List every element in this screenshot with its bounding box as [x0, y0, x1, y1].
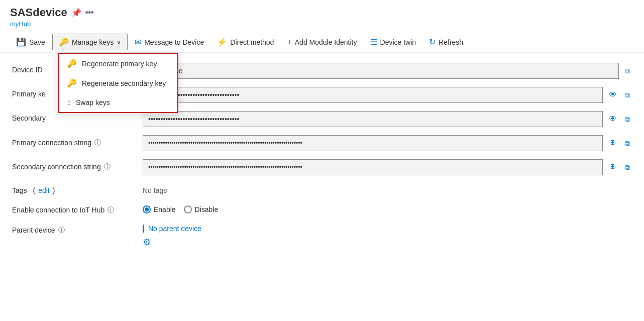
message-icon: ✉: [135, 37, 141, 47]
add-module-identity-button[interactable]: + Add Module Identity: [281, 35, 363, 50]
page-header: SASdevice 📌 ••• myHub 💾 Save 🔑 Manage ke…: [0, 0, 644, 53]
parent-device-row: Parent device ⓘ No parent device ⚙: [12, 223, 632, 248]
pin-icon[interactable]: 📌: [71, 8, 81, 18]
chevron-down-icon: ∨: [117, 39, 121, 46]
secondary-cs-info-icon[interactable]: ⓘ: [104, 162, 111, 171]
save-button[interactable]: 💾 Save: [10, 34, 51, 50]
primary-cs-row: Primary connection string ⓘ 👁 ⧉: [12, 135, 632, 151]
direct-method-button[interactable]: ⚡ Direct method: [211, 34, 280, 50]
disable-radio-circle: [184, 205, 192, 213]
copy-primary-key-icon[interactable]: ⧉: [623, 89, 632, 101]
toolbar: 💾 Save 🔑 Manage keys ∨ ✉ Message to Devi…: [10, 32, 634, 52]
tags-label: Tags ( edit ): [12, 183, 143, 194]
enable-connection-row: Enable connection to IoT Hub ⓘ Enable Di…: [12, 202, 632, 215]
parent-device-info-icon[interactable]: ⓘ: [58, 226, 65, 235]
device-twin-icon: ☰: [370, 37, 377, 47]
show-secondary-cs-icon[interactable]: 👁: [607, 161, 619, 174]
swap-keys-icon: ↕: [67, 98, 71, 107]
regen-secondary-key-item[interactable]: 🔑 Regenerate secondary key: [59, 73, 177, 93]
enable-radio-circle: [143, 205, 151, 213]
secondary-cs-label: Secondary connection string ⓘ: [12, 159, 143, 171]
primary-cs-input[interactable]: [143, 135, 603, 151]
enable-radio[interactable]: Enable: [143, 205, 176, 213]
copy-device-id-icon[interactable]: ⧉: [623, 65, 632, 77]
device-id-input[interactable]: [143, 63, 619, 79]
gear-icon[interactable]: ⚙: [143, 237, 151, 247]
tags-value-wrap: No tags: [143, 183, 632, 194]
device-id-input-wrap: ⧉: [143, 63, 632, 79]
tags-edit-link[interactable]: edit: [38, 186, 50, 194]
key-regen-secondary-icon: 🔑: [67, 78, 77, 88]
copy-primary-cs-icon[interactable]: ⧉: [623, 137, 632, 150]
primary-key-input-wrap: 👁 ⧉: [143, 87, 632, 103]
hub-name: myHub: [10, 20, 634, 28]
gear-icon-wrap: ⚙: [143, 235, 201, 248]
secondary-key-row: Secondary 👁 ⧉: [12, 111, 632, 127]
show-primary-cs-icon[interactable]: 👁: [607, 137, 619, 150]
add-icon: +: [287, 38, 291, 47]
key-icon: 🔑: [59, 37, 69, 47]
enable-connection-label: Enable connection to IoT Hub ⓘ: [12, 202, 143, 215]
device-title-row: SASdevice 📌 •••: [10, 6, 634, 19]
connection-info-icon[interactable]: ⓘ: [108, 205, 114, 215]
parent-device-label: Parent device ⓘ: [12, 223, 143, 235]
main-content: 🔑 Regenerate primary key 🔑 Regenerate se…: [0, 53, 644, 266]
parent-device-value-wrap: No parent device ⚙: [143, 223, 201, 248]
secondary-cs-input[interactable]: [143, 159, 603, 175]
save-icon: 💾: [16, 37, 26, 47]
manage-keys-dropdown: 🔑 Regenerate primary key 🔑 Regenerate se…: [58, 53, 178, 113]
primary-key-input[interactable]: [143, 87, 603, 103]
connection-radio-group: Enable Disable: [143, 202, 218, 213]
primary-cs-input-wrap: 👁 ⧉: [143, 135, 632, 151]
secondary-key-input-wrap: 👁 ⧉: [143, 111, 632, 127]
swap-keys-item[interactable]: ↕ Swap keys: [59, 93, 177, 112]
primary-cs-info-icon[interactable]: ⓘ: [94, 138, 101, 147]
regen-primary-key-item[interactable]: 🔑 Regenerate primary key: [59, 54, 177, 73]
tags-value: No tags: [143, 183, 167, 194]
copy-secondary-key-icon[interactable]: ⧉: [623, 113, 632, 126]
refresh-icon: ↻: [429, 37, 436, 47]
no-parent-device-label: No parent device: [148, 225, 201, 233]
key-regen-primary-icon: 🔑: [67, 59, 77, 68]
secondary-cs-row: Secondary connection string ⓘ 👁 ⧉: [12, 159, 632, 175]
refresh-button[interactable]: ↻ Refresh: [423, 34, 469, 50]
parent-device-bar: No parent device: [143, 225, 201, 233]
tags-row: Tags ( edit ) No tags: [12, 183, 632, 194]
secondary-key-input[interactable]: [143, 111, 603, 127]
disable-radio[interactable]: Disable: [184, 205, 219, 213]
primary-cs-label: Primary connection string ⓘ: [12, 135, 143, 147]
show-secondary-key-icon[interactable]: 👁: [607, 113, 619, 126]
show-primary-key-icon[interactable]: 👁: [607, 88, 619, 101]
more-icon[interactable]: •••: [85, 8, 94, 17]
manage-keys-button[interactable]: 🔑 Manage keys ∨: [52, 34, 128, 50]
device-name: SASdevice: [10, 6, 67, 19]
device-twin-button[interactable]: ☰ Device twin: [364, 34, 422, 50]
secondary-cs-input-wrap: 👁 ⧉: [143, 159, 632, 175]
message-to-device-button[interactable]: ✉ Message to Device: [129, 34, 210, 50]
copy-secondary-cs-icon[interactable]: ⧉: [623, 161, 632, 174]
direct-method-icon: ⚡: [217, 37, 227, 47]
